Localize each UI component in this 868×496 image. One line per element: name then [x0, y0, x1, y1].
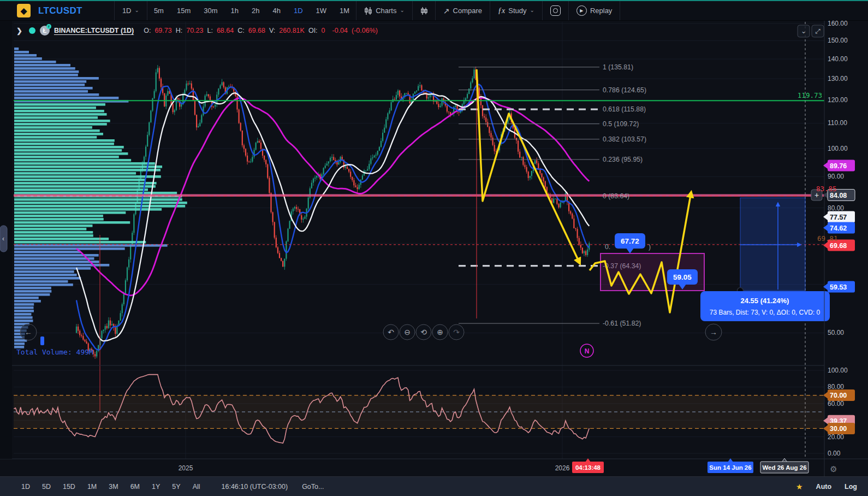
svg-text:⌄: ⌄	[801, 27, 806, 35]
change-value: -0.04	[332, 27, 348, 34]
chart-type-button[interactable]	[413, 1, 435, 20]
svg-text:N: N	[585, 347, 590, 355]
ohlc-values: O:69.73 H:70.23 L:68.64 C:69.68 V:260.81…	[144, 27, 378, 34]
interval-value: 1D	[122, 7, 132, 15]
svg-text:↶: ↶	[388, 328, 394, 336]
open-value: 69.73	[154, 27, 171, 34]
timeframe-1D[interactable]: 1D	[287, 1, 310, 20]
range-5D[interactable]: 5D	[36, 483, 57, 491]
svg-text:59.05: 59.05	[673, 273, 692, 281]
timeframe-1M[interactable]: 1M	[333, 1, 356, 20]
fx-icon: ƒx	[498, 7, 505, 15]
svg-text:59.53: 59.53	[830, 284, 847, 291]
svg-text:150.00: 150.00	[828, 37, 848, 44]
svg-text:30.00: 30.00	[830, 425, 847, 433]
timeframe-1h[interactable]: 1h	[224, 1, 245, 20]
range-All[interactable]: All	[187, 483, 206, 491]
svg-text:130.00: 130.00	[828, 75, 848, 82]
timeframe-5m[interactable]: 5m	[147, 1, 170, 20]
camera-icon	[550, 5, 561, 16]
svg-text:90.00: 90.00	[828, 173, 844, 180]
svg-text:Wed 26 Aug 26: Wed 26 Aug 26	[762, 464, 806, 471]
log-scale-toggle[interactable]: Log	[845, 483, 857, 491]
svg-text:←: ←	[25, 328, 32, 336]
timeframe-1W[interactable]: 1W	[310, 1, 334, 20]
measure-tooltip: 24.55 (41.24%)73 Bars, Dist: 73, V: 0, Δ…	[700, 291, 830, 321]
low-value: 68.64	[217, 27, 234, 34]
svg-text:67.72: 67.72	[621, 237, 639, 245]
replay-icon: ▶	[576, 5, 587, 16]
clock[interactable]: 16:46:10 (UTC-03:00)	[222, 483, 288, 491]
charts-dropdown[interactable]: Charts ⌄	[356, 1, 412, 20]
scroll-right-button[interactable]: →	[705, 324, 722, 340]
close-value: 69.68	[248, 27, 265, 34]
change-pct-value: (-0.06%)	[352, 27, 378, 34]
gear-icon[interactable]: ⚙	[830, 464, 837, 474]
range-15D[interactable]: 15D	[57, 483, 81, 491]
svg-text:→: →	[710, 328, 717, 336]
legend-chevron-icon[interactable]: ❯	[16, 27, 22, 35]
legend-symbol[interactable]: BINANCE:LTCUSDT (1D)	[54, 27, 134, 34]
compare-button[interactable]: ↗ Compare	[436, 1, 490, 20]
replay-label: Replay	[590, 7, 612, 15]
oi-value: 0	[322, 27, 325, 34]
pane-collapse-handle[interactable]: ‹	[0, 226, 7, 252]
level-label-119.73: 119.73	[798, 91, 822, 99]
range-5Y[interactable]: 5Y	[166, 483, 186, 491]
svg-text:0.5 (109.72): 0.5 (109.72)	[603, 120, 639, 128]
svg-text:2026: 2026	[555, 464, 570, 472]
litecoin-icon: ŁT	[40, 26, 50, 36]
snapshot-button[interactable]	[543, 1, 568, 20]
range-3M[interactable]: 3M	[103, 483, 124, 491]
svg-text:0.786 (124.65): 0.786 (124.65)	[603, 86, 646, 94]
goto-button[interactable]: GoTo...	[302, 483, 324, 491]
svg-text:70.00: 70.00	[830, 392, 847, 399]
scroll-left-button[interactable]: ←	[20, 324, 37, 340]
svg-text:74.62: 74.62	[830, 225, 847, 232]
symbol-title: LTCUSDT	[38, 5, 82, 16]
timeframe-30m[interactable]: 30m	[197, 1, 224, 20]
timeframe-4h[interactable]: 4h	[266, 1, 287, 20]
date-range-box[interactable]	[740, 198, 805, 291]
svg-text:0.00: 0.00	[828, 450, 841, 457]
chevron-down-icon: ⌄	[135, 7, 139, 13]
replay-button[interactable]: ▶ Replay	[569, 1, 620, 20]
svg-text:100.00: 100.00	[828, 367, 848, 374]
legend-collapse-button[interactable]: ⌄	[798, 25, 810, 37]
zoom-in-button[interactable]: ⊕	[432, 324, 448, 340]
undo-button[interactable]: ↶	[383, 324, 399, 340]
svg-text:89.76: 89.76	[830, 162, 847, 170]
price-badge-89.76: 89.76	[823, 160, 855, 172]
price-chart-canvas[interactable]: 1 (135.81)0.786 (124.65)0.618 (115.88)0.…	[0, 21, 868, 476]
price-badge-74.62: 74.62	[823, 222, 855, 234]
chart-area[interactable]: 1 (135.81)0.786 (124.65)0.618 (115.88)0.…	[0, 21, 868, 476]
zoom-out-button[interactable]: ⊖	[400, 324, 415, 340]
redo-button[interactable]: ↷	[449, 324, 464, 340]
range-1M[interactable]: 1M	[81, 483, 103, 491]
svg-text:0.236 (95.95): 0.236 (95.95)	[603, 156, 643, 163]
reset-view-button[interactable]: ⟲	[416, 324, 431, 340]
svg-text:⤢: ⤢	[815, 27, 821, 35]
range-1D[interactable]: 1D	[15, 483, 36, 491]
high-value: 70.23	[186, 27, 203, 34]
svg-text:140.00: 140.00	[828, 55, 848, 63]
price-badge-59.53: 59.53	[823, 281, 855, 293]
volume-value: 260.81K	[279, 27, 305, 34]
compare-icon: ↗	[443, 7, 450, 15]
divider	[620, 1, 620, 20]
price-badge-70.00: 70.00	[823, 389, 855, 401]
svg-text:‹: ‹	[2, 235, 4, 243]
timeframe-2h[interactable]: 2h	[245, 1, 266, 20]
auto-scale-toggle[interactable]: Auto	[816, 483, 831, 491]
interval-dropdown[interactable]: 1D ⌄	[115, 1, 147, 20]
svg-text:24.55 (41.24%): 24.55 (41.24%)	[741, 297, 789, 305]
star-icon[interactable]: ★	[796, 482, 803, 491]
binance-logo-icon: ◆	[17, 4, 31, 17]
study-dropdown[interactable]: ƒx Study ⌄	[490, 1, 542, 20]
maximize-pane-button[interactable]: ⤢	[812, 25, 824, 37]
svg-text:77.57: 77.57	[830, 214, 847, 221]
range-1Y[interactable]: 1Y	[146, 483, 166, 491]
range-6M[interactable]: 6M	[124, 483, 146, 491]
svg-text:Sun 14 Jun 26: Sun 14 Jun 26	[709, 464, 751, 471]
timeframe-15m[interactable]: 15m	[170, 1, 197, 20]
